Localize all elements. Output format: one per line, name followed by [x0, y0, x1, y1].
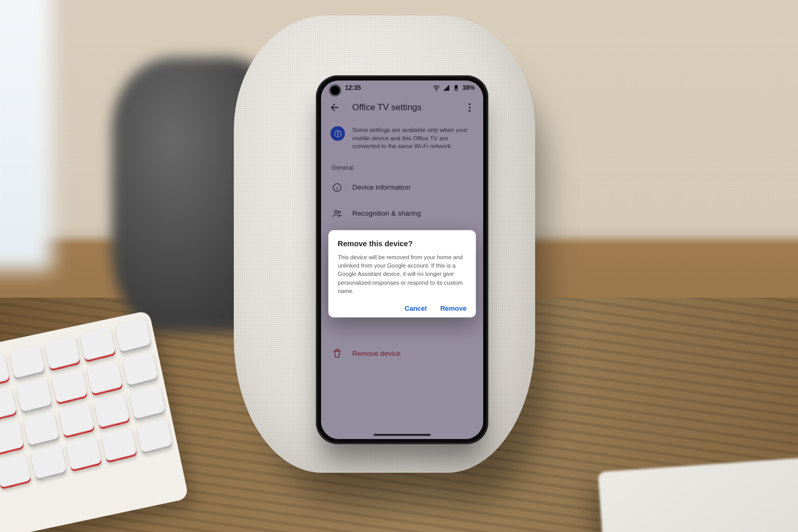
status-time: 12:35 [345, 84, 361, 91]
punch-hole-camera [330, 86, 340, 95]
wifi-icon [433, 84, 440, 91]
gesture-nav-bar[interactable] [374, 434, 431, 436]
dialog-body: This device will be removed from your ho… [338, 253, 467, 295]
background-window [0, 0, 52, 270]
phone-screen: 12:35 38% Office TV settings [321, 81, 483, 439]
dialog-confirm-button[interactable]: Remove [440, 304, 467, 312]
status-bar: 12:35 38% [321, 81, 483, 95]
signal-icon [443, 84, 450, 91]
photo-scene: 12:35 38% Office TV settings [0, 0, 798, 532]
remove-device-dialog: Remove this device? This device will be … [328, 230, 476, 317]
battery-icon [453, 84, 460, 91]
battery-percent: 38% [462, 84, 475, 91]
smartphone: 12:35 38% Office TV settings [316, 75, 488, 444]
dialog-cancel-button[interactable]: Cancel [405, 304, 427, 312]
dialog-title: Remove this device? [338, 240, 467, 248]
